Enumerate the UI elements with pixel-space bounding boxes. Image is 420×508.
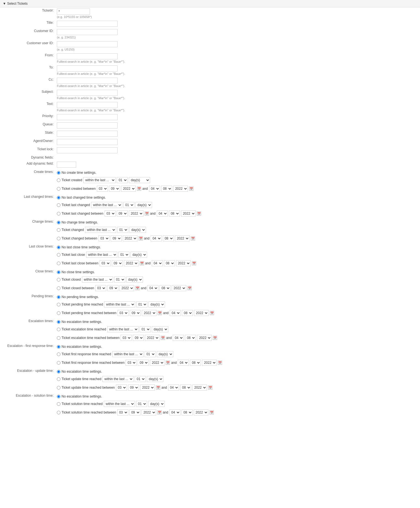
ch-end-year[interactable]: 2022 (175, 235, 190, 241)
eu-start-cal-icon[interactable]: 📅 (156, 385, 160, 390)
eu-end-month[interactable]: 04 (168, 385, 179, 391)
customer-id-input[interactable] (57, 29, 118, 35)
eu-end-day[interactable]: 08 (180, 385, 191, 391)
eu-unit-select[interactable]: day(s) (147, 376, 163, 382)
lc-start-cal-icon[interactable]: 📅 (145, 211, 149, 216)
efr-within-select[interactable]: within the last ... (112, 351, 143, 357)
close-times-no-radio[interactable] (57, 270, 60, 274)
cc-input[interactable] (57, 78, 118, 84)
eu-within-select[interactable]: within the last ... (102, 376, 134, 382)
lc-end-cal-icon[interactable]: 📅 (197, 211, 201, 216)
create-times-end-day[interactable]: 08 (161, 186, 172, 192)
es-end-day[interactable]: 08 (182, 409, 193, 415)
last-changed-unit-select[interactable]: day(s) (135, 202, 152, 208)
create-times-start-year[interactable]: 2022 (121, 186, 136, 192)
last-changed-number-select[interactable]: 01 (123, 202, 134, 208)
efr-end-cal-icon[interactable]: 📅 (218, 360, 222, 365)
title-input[interactable] (57, 21, 118, 27)
eu-end-year[interactable]: 2022 (192, 385, 207, 391)
create-times-start-calendar-icon[interactable]: 📅 (137, 186, 141, 191)
pt-start-cal-icon[interactable]: 📅 (158, 311, 162, 315)
lcl-start-day[interactable]: 09 (112, 260, 123, 266)
ch-end-day[interactable]: 08 (163, 235, 174, 241)
cl-start-cal-icon[interactable]: 📅 (135, 286, 140, 290)
last-close-within-radio[interactable] (57, 253, 60, 257)
queue-input[interactable] (57, 122, 118, 128)
create-times-end-calendar-icon[interactable]: 📅 (189, 186, 193, 191)
pt-start-year[interactable]: 2022 (142, 310, 156, 316)
escalation-unit-select[interactable]: day(s) (152, 326, 168, 332)
close-within-select[interactable]: within the last ... (82, 277, 113, 283)
cl-end-cal-icon[interactable]: 📅 (187, 286, 192, 290)
ch-start-year[interactable]: 2022 (123, 235, 137, 241)
ch-start-cal-icon[interactable]: 📅 (139, 236, 143, 241)
lc-start-month[interactable]: 03 (105, 210, 116, 217)
last-close-no-radio[interactable] (57, 246, 60, 249)
es-number-select[interactable]: 01 (136, 401, 147, 407)
esc-update-between-radio[interactable] (57, 386, 60, 389)
ch-start-month[interactable]: 03 (99, 235, 110, 241)
lc-start-year[interactable]: 2022 (129, 210, 143, 217)
from-input[interactable] (57, 53, 118, 59)
close-unit-select[interactable]: day(s) (126, 277, 143, 283)
eu-end-cal-icon[interactable]: 📅 (208, 385, 212, 390)
cl-end-day[interactable]: 08 (160, 285, 171, 291)
ticket-hash-input[interactable] (57, 9, 90, 15)
to-input[interactable] (57, 65, 118, 72)
esc-first-response-no-radio[interactable] (57, 345, 60, 349)
customer-user-id-input[interactable] (57, 41, 118, 47)
eu-start-day[interactable]: 09 (128, 385, 139, 391)
esc-first-response-between-radio[interactable] (57, 361, 60, 365)
efr-start-day[interactable]: 09 (138, 360, 149, 366)
escalation-times-between-radio[interactable] (57, 336, 60, 340)
create-times-start-month[interactable]: 03 (97, 186, 108, 192)
close-number-select[interactable]: 01 (114, 277, 125, 283)
es-start-day[interactable]: 09 (129, 409, 140, 415)
eu-start-year[interactable]: 2022 (140, 385, 155, 391)
efr-start-year[interactable]: 2022 (150, 360, 164, 366)
esc-solution-between-radio[interactable] (57, 411, 60, 414)
esc-solution-no-radio[interactable] (57, 395, 60, 398)
ticket-lock-input[interactable] (57, 147, 118, 153)
last-close-unit-select[interactable]: day(s) (131, 252, 147, 258)
create-times-end-month[interactable]: 04 (149, 186, 160, 192)
page-header[interactable]: ▼ Select Tickets (0, 0, 420, 7)
last-changed-within-radio[interactable] (57, 203, 60, 207)
lcl-start-month[interactable]: 03 (100, 260, 111, 266)
es-within-select[interactable]: within the last ... (104, 401, 135, 407)
et-end-day[interactable]: 08 (185, 335, 196, 341)
pending-within-select[interactable]: within the last ... (104, 301, 135, 307)
efr-end-day[interactable]: 08 (190, 360, 201, 366)
lcl-end-cal-icon[interactable]: 📅 (192, 261, 196, 265)
et-start-month[interactable]: 03 (121, 335, 132, 341)
efr-unit-select[interactable]: day(s) (157, 351, 173, 357)
esc-update-within-radio[interactable] (57, 377, 60, 381)
last-close-between-radio[interactable] (57, 262, 60, 265)
pending-times-no-radio[interactable] (57, 295, 60, 299)
lcl-end-month[interactable]: 04 (152, 260, 163, 266)
pt-end-year[interactable]: 2022 (194, 310, 209, 316)
create-times-no-radio[interactable] (57, 171, 60, 175)
change-times-within-radio[interactable] (57, 228, 60, 232)
create-times-between-radio[interactable] (57, 187, 60, 191)
ch-end-cal-icon[interactable]: 📅 (191, 236, 195, 241)
pt-end-day[interactable]: 08 (182, 310, 193, 316)
lcl-end-day[interactable]: 08 (164, 260, 175, 266)
create-times-within-radio[interactable] (57, 178, 60, 182)
cl-start-day[interactable]: 09 (107, 285, 118, 291)
last-close-within-select[interactable]: within the last ... (86, 252, 117, 258)
et-end-cal-icon[interactable]: 📅 (213, 336, 217, 340)
add-dynamic-field-input[interactable] (57, 162, 76, 168)
last-close-number-select[interactable]: 01 (118, 252, 129, 258)
pt-end-cal-icon[interactable]: 📅 (210, 311, 214, 315)
efr-start-month[interactable]: 03 (126, 360, 137, 366)
pending-unit-select[interactable]: day(s) (148, 301, 165, 307)
create-times-within-select[interactable]: within the last ... more than ... ago (83, 177, 116, 183)
escalation-times-within-radio[interactable] (57, 328, 60, 331)
et-end-month[interactable]: 04 (173, 335, 184, 341)
et-start-cal-icon[interactable]: 📅 (161, 336, 165, 340)
change-times-between-radio[interactable] (57, 237, 60, 240)
close-times-between-radio[interactable] (57, 286, 60, 290)
es-unit-select[interactable]: day(s) (148, 401, 165, 407)
create-times-end-year[interactable]: 2022 (173, 186, 188, 192)
